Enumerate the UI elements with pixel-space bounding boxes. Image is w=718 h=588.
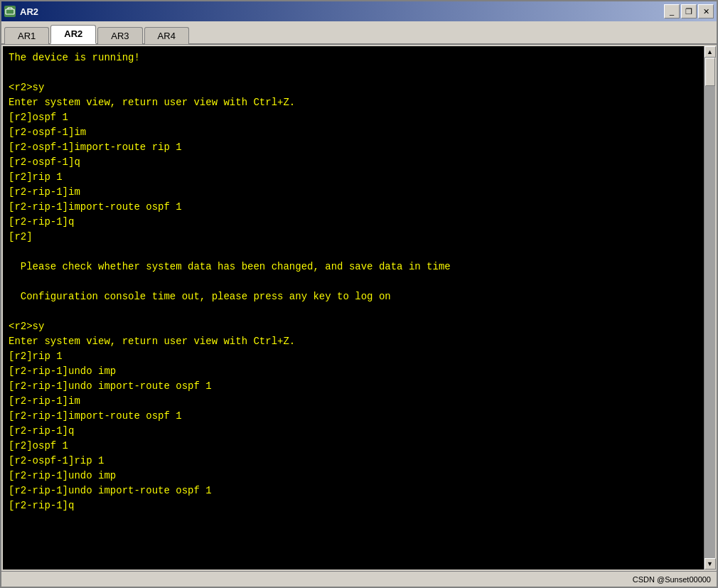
scrollbar-thumb[interactable] [705,58,715,86]
tab-ar1[interactable]: AR1 [4,27,49,44]
window-title: AR2 [20,6,38,17]
tab-ar4[interactable]: AR4 [144,27,189,44]
title-bar-left: AR2 [4,6,38,17]
title-bar: AR2 _ ❐ ✕ [1,1,717,21]
svg-rect-0 [6,9,14,14]
close-button[interactable]: ✕ [698,4,714,18]
minimize-button[interactable]: _ [664,4,680,18]
app-icon [4,6,16,17]
scroll-up-button[interactable]: ▲ [704,46,716,58]
restore-button[interactable]: ❐ [681,4,697,18]
terminal-wrapper: The device is running! <r2>sy Enter syst… [1,45,717,571]
scrollbar[interactable]: ▲ ▼ [704,46,715,570]
scroll-down-button[interactable]: ▼ [704,558,716,570]
tab-bar: AR1 AR2 AR3 AR4 [1,21,717,45]
main-window: AR2 _ ❐ ✕ AR1 AR2 AR3 AR4 The device is … [0,0,718,588]
status-bar: CSDN @Sunset00000 [1,571,717,587]
scrollbar-track[interactable] [704,58,715,558]
terminal-output[interactable]: The device is running! <r2>sy Enter syst… [3,46,704,570]
tab-ar3[interactable]: AR3 [97,27,142,44]
title-buttons: _ ❐ ✕ [664,4,714,18]
tab-ar2[interactable]: AR2 [50,25,96,44]
status-text: CSDN @Sunset00000 [633,575,711,584]
